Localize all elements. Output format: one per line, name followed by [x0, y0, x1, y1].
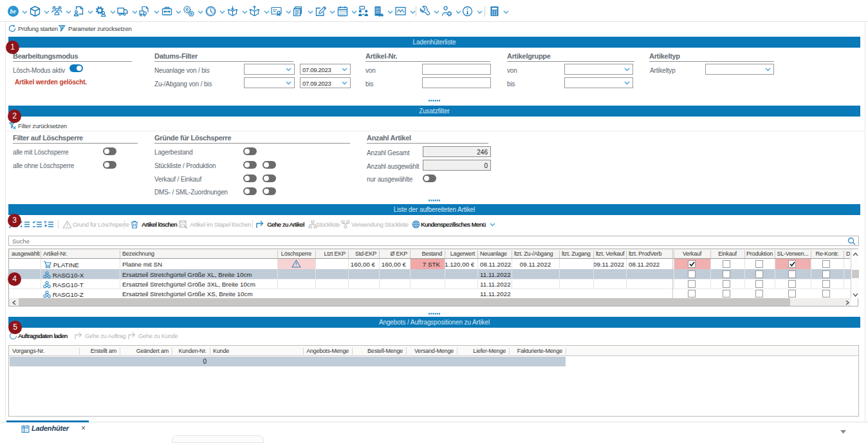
- svg-text:be: be: [10, 8, 16, 15]
